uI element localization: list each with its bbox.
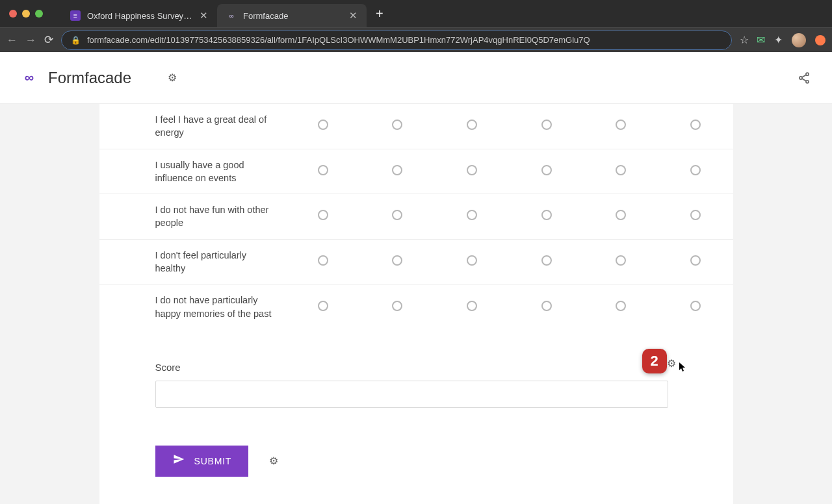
radio-cell — [658, 104, 733, 149]
radio-option[interactable] — [541, 165, 552, 175]
radio-option[interactable] — [616, 165, 626, 175]
reload-button[interactable]: ⟳ — [44, 33, 53, 47]
radio-cell — [285, 194, 360, 240]
radio-option[interactable] — [467, 301, 477, 311]
form-card: I feel I have a great deal of energyI us… — [99, 104, 733, 504]
radio-option[interactable] — [541, 255, 552, 266]
new-tab-button[interactable]: + — [367, 6, 393, 21]
window-controls — [9, 10, 43, 18]
survey-row: I do not have particularly happy memorie… — [99, 284, 733, 329]
radio-cell — [658, 284, 733, 329]
radio-option[interactable] — [690, 165, 701, 175]
extensions-icon[interactable]: ✦ — [774, 34, 783, 46]
submit-row: SUBMIT ⚙ — [99, 408, 733, 477]
gear-icon[interactable]: ⚙ — [266, 454, 281, 468]
send-icon — [172, 453, 185, 468]
tab-favicon-icon: ≡ — [70, 10, 81, 21]
radio-option[interactable] — [318, 255, 328, 266]
radio-cell — [360, 194, 435, 240]
score-section: Score 2 ⚙ — [99, 329, 733, 408]
radio-cell — [435, 239, 510, 284]
radio-option[interactable] — [318, 210, 328, 220]
radio-option[interactable] — [467, 255, 477, 266]
radio-option[interactable] — [541, 301, 552, 311]
notification-badge-icon[interactable] — [815, 35, 826, 45]
browser-tab-0[interactable]: ≡ Oxford Happiness Survey (GRI… ✕ — [61, 4, 217, 27]
radio-cell — [360, 149, 435, 194]
gear-icon[interactable]: ⚙ — [165, 71, 179, 85]
back-button[interactable]: ← — [6, 34, 18, 47]
question-text: I don't feel particularly healthy — [99, 239, 286, 284]
question-text: I feel I have a great deal of energy — [99, 104, 286, 149]
radio-option[interactable] — [541, 210, 552, 220]
radio-option[interactable] — [616, 120, 626, 130]
minimize-window-icon[interactable] — [22, 10, 30, 18]
score-input[interactable] — [155, 381, 668, 408]
address-bar: ← → ⟳ 🔒 formfacade.com/edit/101397753425… — [0, 27, 832, 52]
close-icon[interactable]: ✕ — [200, 10, 208, 21]
radio-cell — [584, 194, 658, 240]
radio-cell — [658, 239, 733, 284]
radio-option[interactable] — [318, 120, 328, 130]
radio-option[interactable] — [467, 210, 477, 220]
radio-option[interactable] — [467, 165, 477, 175]
radio-option[interactable] — [616, 301, 626, 311]
radio-option[interactable] — [616, 255, 626, 266]
forward-button[interactable]: → — [25, 34, 36, 47]
radio-cell — [360, 284, 435, 329]
radio-cell — [435, 149, 510, 194]
radio-option[interactable] — [541, 120, 552, 130]
score-label: Score — [155, 362, 668, 373]
mail-icon[interactable]: ✉ — [757, 34, 765, 46]
survey-grid: I feel I have a great deal of energyI us… — [99, 104, 733, 329]
annotation-badge: 2 — [642, 349, 667, 373]
radio-cell — [285, 104, 360, 149]
maximize-window-icon[interactable] — [35, 10, 43, 18]
title-bar: ≡ Oxford Happiness Survey (GRI… ✕ ∞ Form… — [0, 0, 832, 27]
svg-line-4 — [802, 79, 806, 81]
radio-cell — [435, 194, 510, 240]
survey-row: I usually have a good influence on event… — [99, 149, 733, 194]
radio-option[interactable] — [690, 210, 701, 220]
radio-option[interactable] — [690, 255, 701, 266]
radio-option[interactable] — [392, 210, 402, 220]
omnibox-url: formfacade.com/edit/10139775342563885932… — [87, 35, 590, 45]
share-icon[interactable] — [797, 71, 811, 85]
lock-icon: 🔒 — [71, 36, 81, 45]
bookmark-star-icon[interactable]: ☆ — [740, 34, 749, 46]
close-icon[interactable]: ✕ — [349, 10, 358, 21]
browser-tab-1[interactable]: ∞ Formfacade ✕ — [217, 4, 367, 27]
svg-line-3 — [802, 75, 806, 77]
question-text: I do not have fun with other people — [99, 194, 286, 240]
radio-option[interactable] — [690, 120, 701, 130]
question-text: I do not have particularly happy memorie… — [99, 284, 286, 329]
radio-option[interactable] — [690, 301, 701, 311]
radio-cell — [360, 239, 435, 284]
brand-name: Formfacade — [48, 69, 131, 87]
tab-favicon-icon: ∞ — [226, 10, 237, 21]
submit-label: SUBMIT — [194, 456, 232, 466]
svg-point-1 — [800, 76, 802, 79]
radio-option[interactable] — [392, 165, 402, 175]
profile-avatar[interactable] — [792, 33, 806, 47]
radio-cell — [285, 284, 360, 329]
radio-option[interactable] — [318, 165, 328, 175]
omnibox[interactable]: 🔒 formfacade.com/edit/101397753425638859… — [61, 31, 732, 50]
radio-cell — [509, 239, 584, 284]
submit-button[interactable]: SUBMIT — [155, 446, 249, 477]
svg-point-0 — [806, 73, 809, 75]
tab-title: Oxford Happiness Survey (GRI… — [87, 11, 193, 21]
radio-option[interactable] — [392, 301, 402, 311]
score-gear-wrap: 2 ⚙ — [664, 357, 679, 371]
radio-option[interactable] — [616, 210, 626, 220]
question-text: I usually have a good influence on event… — [99, 149, 286, 194]
radio-option[interactable] — [318, 301, 328, 311]
survey-row: I don't feel particularly healthy — [99, 239, 733, 284]
radio-option[interactable] — [392, 255, 402, 266]
radio-cell — [584, 104, 658, 149]
radio-cell — [584, 239, 658, 284]
radio-option[interactable] — [467, 120, 477, 130]
radio-option[interactable] — [392, 120, 402, 130]
cursor-pointer-icon — [676, 362, 686, 377]
close-window-icon[interactable] — [9, 10, 17, 18]
